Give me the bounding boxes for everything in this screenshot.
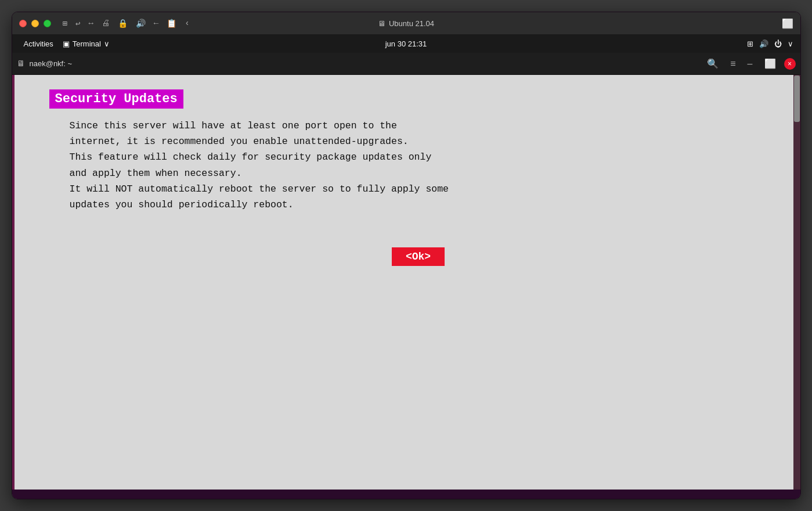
minimize-button[interactable] <box>31 20 39 27</box>
scrollbar[interactable] <box>793 75 800 490</box>
power-icon[interactable]: ⏻ <box>774 39 782 48</box>
lock-icon[interactable]: 🔒 <box>118 19 128 28</box>
window-title-text: Ubuntu 21.04 <box>389 19 434 28</box>
terminal-content: Security Updates Since this server will … <box>12 75 800 490</box>
bottom-bar <box>12 490 800 499</box>
body-line-3: This feature will check daily for securi… <box>70 149 788 165</box>
print-icon[interactable]: 🖨 <box>102 19 110 28</box>
chevron-left-icon[interactable]: ‹ <box>185 19 189 28</box>
body-line-6: updates you should periodically reboot. <box>70 197 788 213</box>
terminal-window: ⊞ ↩ ↔ 🖨 🔒 🔊 ← 📋 ‹ 🖥 Ubuntu 21.04 ⬜ Activ… <box>12 12 801 499</box>
network-icon[interactable]: ⊞ <box>747 39 753 48</box>
clipboard-icon[interactable]: 📋 <box>167 19 176 28</box>
toolbar-icons: ⊞ ↩ ↔ 🖨 🔒 🔊 ← 📋 ‹ <box>63 19 190 28</box>
tab-terminal-icon: 🖥 <box>17 59 25 69</box>
window-title-icon: 🖥 <box>378 19 385 28</box>
grid-icon[interactable]: ⊞ <box>63 19 67 28</box>
window-expand-icon[interactable]: ⬜ <box>782 18 793 29</box>
tab-title: naek@nkf: ~ <box>30 59 73 68</box>
clock: jun 30 21:31 <box>385 39 427 48</box>
tab-bar-controls: 🔍 ≡ – ⬜ × <box>703 57 795 70</box>
dialog-box: Security Updates Since this server will … <box>49 81 788 286</box>
terminal-menu[interactable]: ▣ Terminal ∨ <box>63 39 110 48</box>
volume-icon[interactable]: 🔊 <box>136 19 146 28</box>
traffic-lights <box>19 20 51 27</box>
close-button[interactable] <box>19 20 27 27</box>
menu-button[interactable]: ≡ <box>727 57 739 70</box>
body-line-2: internet, it is recommended you enable u… <box>70 134 788 149</box>
dialog-title: Security Updates <box>49 89 183 109</box>
terminal-main: Security Updates Since this server will … <box>15 75 793 490</box>
back-icon[interactable]: ← <box>154 19 158 28</box>
dialog-body: Since this server will have at least one… <box>49 118 788 213</box>
refresh-icon[interactable]: ↩ <box>75 19 80 28</box>
body-line-5: It will NOT automatically reboot the ser… <box>70 181 788 197</box>
window-title: 🖥 Ubuntu 21.04 <box>378 19 434 28</box>
gnome-bar: Activities ▣ Terminal ∨ jun 30 21:31 ⊞ 🔊… <box>12 34 800 53</box>
body-line-1: Since this server will have at least one… <box>70 118 788 134</box>
terminal-menu-arrow: ∨ <box>104 39 110 48</box>
gnome-right-icons: ⊞ 🔊 ⏻ ∨ <box>747 39 793 48</box>
system-menu-arrow[interactable]: ∨ <box>788 39 793 48</box>
maximize-button[interactable] <box>44 20 51 27</box>
ok-button-container: <Ok> <box>49 247 788 278</box>
body-line-4: and apply them when necessary. <box>70 165 788 181</box>
sound-icon[interactable]: 🔊 <box>759 39 768 48</box>
split-icon[interactable]: ↔ <box>88 19 93 28</box>
activities-button[interactable]: Activities <box>19 38 58 49</box>
terminal-menu-label: Terminal <box>73 39 101 48</box>
window-close-button[interactable]: × <box>784 58 796 70</box>
terminal-menu-icon: ▣ <box>63 39 70 48</box>
window-restore-button[interactable]: ⬜ <box>761 57 779 70</box>
ok-button[interactable]: <Ok> <box>392 247 445 266</box>
title-bar: ⊞ ↩ ↔ 🖨 🔒 🔊 ← 📋 ‹ 🖥 Ubuntu 21.04 ⬜ <box>12 12 800 34</box>
scrollbar-thumb[interactable] <box>794 75 800 122</box>
tab-bar: 🖥 naek@nkf: ~ 🔍 ≡ – ⬜ × <box>12 53 800 75</box>
window-minimize-button[interactable]: – <box>744 57 756 70</box>
search-button[interactable]: 🔍 <box>703 57 722 70</box>
